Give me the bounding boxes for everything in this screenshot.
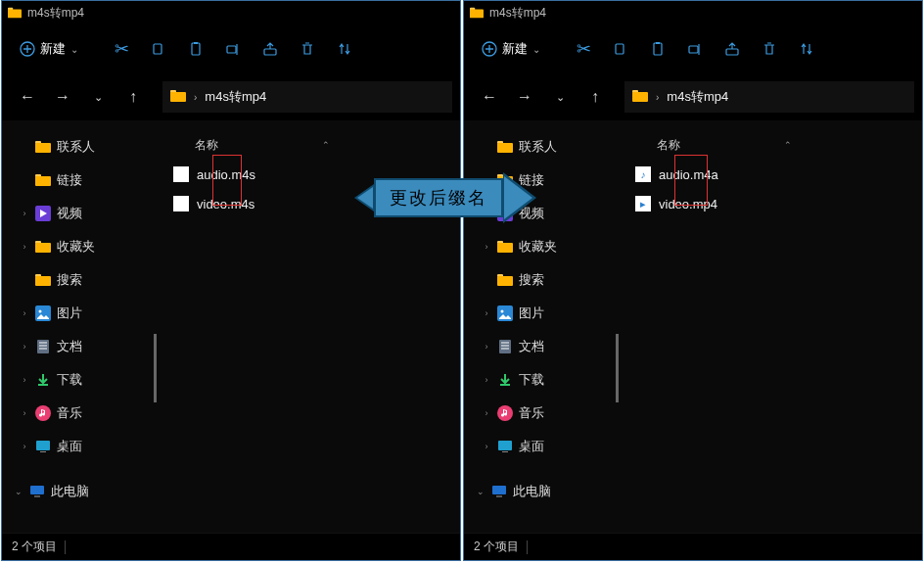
svg-rect-32 [656, 42, 660, 44]
svg-rect-50 [498, 441, 512, 450]
forward-button[interactable]: → [507, 79, 542, 115]
sidebar-item-videos[interactable]: ›视频 [2, 197, 154, 230]
back-button[interactable]: ← [472, 79, 507, 115]
svg-point-20 [39, 310, 42, 313]
copy-icon[interactable] [605, 33, 636, 65]
svg-rect-9 [170, 92, 186, 102]
svg-rect-53 [496, 495, 502, 497]
sidebar-item-searches[interactable]: 搜索 [464, 263, 616, 297]
copy-icon[interactable] [143, 33, 174, 65]
file-row[interactable]: ♪ audio.m4a [627, 160, 922, 189]
folder-icon [470, 6, 484, 20]
sidebar-item-desktop[interactable]: ›桌面 [2, 430, 154, 463]
folder-icon [35, 239, 51, 255]
videos-icon [35, 206, 51, 221]
svg-rect-5 [194, 42, 198, 44]
up-button[interactable]: ↑ [116, 79, 151, 115]
breadcrumb[interactable]: m4s转mp4 [205, 88, 266, 106]
sidebar-item-searches[interactable]: 搜索 [2, 263, 154, 297]
svg-rect-33 [689, 46, 698, 53]
sidebar-item-music[interactable]: ›音乐 [464, 397, 616, 430]
svg-rect-4 [192, 43, 200, 55]
column-header[interactable]: 名称 ⌃ [165, 130, 460, 160]
svg-rect-43 [497, 243, 513, 253]
chevron-down-icon: ⌄ [70, 44, 78, 55]
sidebar-item-downloads[interactable]: ›下载 [2, 363, 154, 397]
audio-file-icon: ♪ [635, 166, 651, 182]
folder-icon [35, 172, 51, 188]
plus-circle-icon [482, 41, 497, 57]
recent-button[interactable]: ⌄ [80, 79, 116, 115]
file-name: video.m4s [197, 197, 254, 211]
documents-icon [497, 339, 513, 354]
cut-icon[interactable]: ✂ [568, 33, 599, 65]
svg-point-47 [501, 310, 504, 313]
pc-icon [29, 484, 45, 499]
sidebar-item-desktop[interactable]: ›桌面 [464, 430, 616, 463]
share-icon[interactable] [254, 33, 286, 65]
sort-icon[interactable] [791, 33, 822, 65]
share-icon[interactable] [716, 33, 748, 65]
sidebar-item-favorites[interactable]: ›收藏夹 [464, 230, 616, 263]
sidebar-item-this-pc[interactable]: ⌄此电脑 [2, 475, 154, 508]
new-button[interactable]: 新建 ⌄ [12, 36, 86, 62]
svg-rect-45 [497, 276, 513, 286]
sidebar-item-downloads[interactable]: ›下载 [464, 363, 616, 397]
sidebar-item-pictures[interactable]: ›图片 [464, 297, 616, 330]
folder-icon [497, 239, 513, 255]
up-button[interactable]: ↑ [578, 79, 613, 115]
new-button[interactable]: 新建 ⌄ [474, 36, 548, 62]
sidebar-item-pictures[interactable]: ›图片 [2, 297, 154, 330]
recent-button[interactable]: ⌄ [542, 79, 578, 115]
file-icon [173, 166, 189, 182]
file-list: 名称 ⌃ ♪ audio.m4a ▸ video.mp4 [616, 120, 922, 533]
rename-icon[interactable] [679, 33, 711, 65]
pictures-icon [497, 305, 513, 321]
file-name: video.mp4 [659, 197, 717, 211]
toolbar: 新建 ⌄ ✂ [2, 24, 460, 73]
svg-rect-30 [616, 44, 624, 54]
address-bar[interactable]: › m4s转mp4 [624, 81, 914, 113]
title-bar: m4s转mp4 [2, 1, 460, 24]
sidebar-item-music[interactable]: ›音乐 [2, 397, 154, 430]
annotation-arrow: 更改后缀名 [354, 174, 536, 221]
chevron-right-icon: › [194, 92, 197, 103]
paste-icon[interactable] [180, 33, 211, 65]
documents-icon [35, 339, 51, 354]
forward-button[interactable]: → [45, 79, 80, 115]
sidebar-item-documents[interactable]: ›文档 [464, 330, 616, 363]
status-bar: 2 个项目 [2, 533, 460, 560]
title-bar: m4s转mp4 [464, 1, 922, 24]
breadcrumb[interactable]: m4s转mp4 [667, 88, 728, 106]
sidebar-item-favorites[interactable]: ›收藏夹 [2, 230, 154, 263]
file-row[interactable]: ▸ video.mp4 [627, 189, 922, 218]
column-header[interactable]: 名称 ⌃ [627, 130, 922, 160]
sidebar-item-contacts[interactable]: 联系人 [464, 130, 616, 164]
sidebar-item-documents[interactable]: ›文档 [2, 330, 154, 363]
annotation-text: 更改后缀名 [374, 178, 503, 217]
cut-icon[interactable]: ✂ [106, 33, 137, 65]
sidebar-item-contacts[interactable]: 联系人 [2, 130, 154, 164]
sort-icon[interactable] [329, 33, 360, 65]
video-file-icon: ▸ [635, 196, 651, 211]
explorer-window-right: m4s转mp4 新建 ⌄ ✂ ← → ⌄ ↑ › m4s转mp4 联系人 链接 … [463, 0, 923, 561]
svg-rect-21 [37, 340, 49, 353]
paste-icon[interactable] [642, 33, 673, 65]
svg-rect-16 [35, 243, 51, 253]
svg-rect-1 [8, 10, 22, 19]
rename-icon[interactable] [217, 33, 249, 65]
svg-rect-34 [726, 49, 738, 55]
toolbar: 新建 ⌄ ✂ [464, 24, 922, 73]
folder-icon [35, 139, 51, 155]
address-bar[interactable]: › m4s转mp4 [162, 81, 452, 113]
svg-rect-18 [35, 276, 51, 286]
back-button[interactable]: ← [10, 79, 45, 115]
delete-icon[interactable] [292, 33, 323, 65]
svg-rect-3 [154, 44, 162, 54]
delete-icon[interactable] [754, 33, 785, 65]
sidebar-item-this-pc[interactable]: ⌄此电脑 [464, 475, 616, 508]
sidebar-item-links[interactable]: 链接 [2, 164, 154, 197]
pictures-icon [35, 305, 51, 321]
svg-rect-23 [36, 441, 50, 450]
svg-rect-25 [30, 486, 44, 494]
